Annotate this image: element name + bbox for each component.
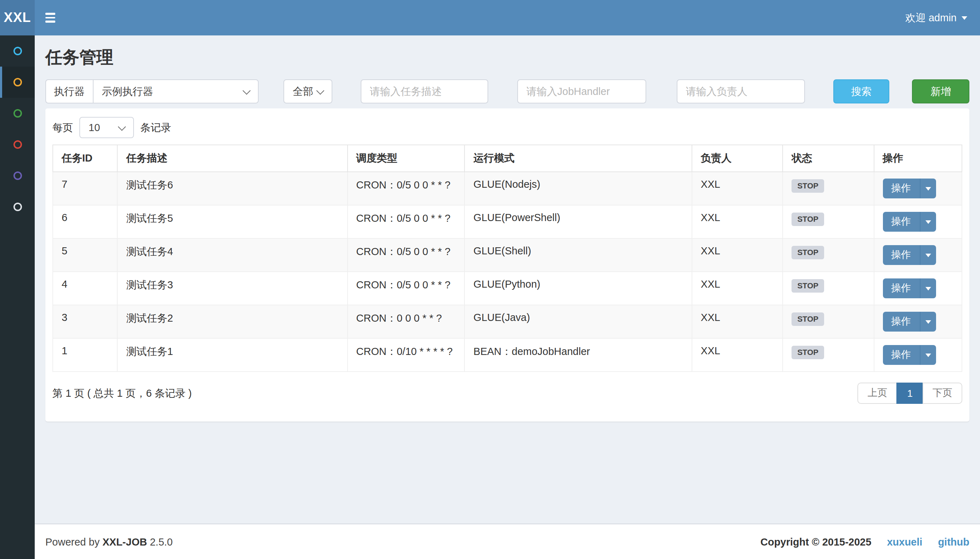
caret-down-icon [925, 187, 931, 190]
navbar-main: 欢迎 admin [35, 0, 980, 35]
sidebar-item-5[interactable] [0, 160, 35, 191]
user-menu[interactable]: 欢迎 admin [905, 11, 967, 25]
pagination-prev[interactable]: 上页 [858, 383, 897, 404]
status-cell: STOP [783, 205, 874, 238]
job-desc-input[interactable] [361, 79, 488, 103]
caret-down-icon [962, 16, 967, 20]
github-link[interactable]: github [938, 536, 969, 547]
table-row: 3 测试任务2 CRON：0 0 0 * * ? GLUE(Java) XXL … [53, 305, 962, 338]
col-schedule-type: 调度类型 [347, 145, 464, 172]
executor-select-value: 示例执行器 [102, 85, 153, 98]
sidebar-item-1[interactable] [0, 35, 35, 66]
job-desc-cell: 测试任务1 [117, 338, 347, 372]
job-id-cell: 1 [53, 338, 117, 372]
action-dropdown-toggle[interactable] [920, 345, 936, 365]
owner-cell: XXL [692, 272, 783, 305]
action-dropdown-toggle[interactable] [920, 312, 936, 332]
top-navbar: XXL 欢迎 admin [0, 0, 980, 35]
action-split-button: 操作 [882, 179, 936, 198]
owner-cell: XXL [692, 305, 783, 338]
page-size-select[interactable]: 10 [79, 117, 134, 138]
action-dropdown-toggle[interactable] [920, 212, 936, 232]
action-button[interactable]: 操作 [882, 245, 920, 265]
action-dropdown-toggle[interactable] [920, 245, 936, 265]
circle-icon [13, 172, 21, 180]
action-button[interactable]: 操作 [882, 278, 920, 298]
circle-icon [13, 47, 21, 55]
col-run-mode: 运行模式 [464, 145, 692, 172]
status-cell: STOP [783, 238, 874, 272]
page-title: 任务管理 [45, 46, 969, 69]
caret-down-icon [925, 220, 931, 223]
job-desc-cell: 测试任务6 [117, 172, 347, 205]
pagination-next[interactable]: 下页 [922, 383, 962, 404]
action-button[interactable]: 操作 [882, 312, 920, 332]
action-split-button: 操作 [882, 245, 936, 265]
executor-label: 执行器 [45, 79, 93, 103]
add-job-button[interactable]: 新增 [912, 79, 969, 103]
action-cell: 操作 [874, 238, 962, 272]
sidebar-item-4[interactable] [0, 129, 35, 160]
action-cell: 操作 [874, 338, 962, 372]
job-handler-input[interactable] [517, 79, 646, 103]
action-button[interactable]: 操作 [882, 212, 920, 232]
circle-icon [13, 109, 21, 117]
job-id-cell: 6 [53, 205, 117, 238]
app-logo[interactable]: XXL [0, 0, 35, 35]
status-badge: STOP [792, 213, 824, 226]
page-size-prefix: 每页 [53, 121, 73, 134]
status-cell: STOP [783, 338, 874, 372]
action-button[interactable]: 操作 [882, 179, 920, 198]
content-area: 任务管理 执行器 示例执行器 全部 搜索 新增 每页 10 [35, 35, 980, 524]
job-id-cell: 5 [53, 238, 117, 272]
table-row: 5 测试任务4 CRON：0/5 0 0 * * ? GLUE(Shell) X… [53, 238, 962, 272]
sidebar-item-2[interactable] [0, 66, 35, 98]
page-size-value: 10 [89, 122, 100, 133]
welcome-text: 欢迎 admin [905, 11, 957, 25]
status-select[interactable]: 全部 [283, 79, 332, 103]
job-desc-cell: 测试任务4 [117, 238, 347, 272]
app-name: XXL-JOB [102, 536, 147, 547]
author-input[interactable] [677, 79, 805, 103]
run-mode-cell: GLUE(Java) [464, 305, 692, 338]
table-row: 6 测试任务5 CRON：0/5 0 0 * * ? GLUE(PowerShe… [53, 205, 962, 238]
run-mode-cell: BEAN：demoJobHandler [464, 338, 692, 372]
page-footer: Powered by XXL-JOB 2.5.0 Copyright © 201… [35, 524, 980, 559]
caret-down-icon [925, 353, 931, 357]
sidebar-item-6[interactable] [0, 191, 35, 222]
status-cell: STOP [783, 272, 874, 305]
copyright: Copyright © 2015-2025 xuxueli github [760, 536, 969, 547]
sidebar-item-3[interactable] [0, 98, 35, 129]
table-header-row: 任务ID 任务描述 调度类型 运行模式 负责人 状态 操作 [53, 145, 962, 172]
job-desc-cell: 测试任务2 [117, 305, 347, 338]
action-cell: 操作 [874, 305, 962, 338]
job-desc-cell: 测试任务5 [117, 205, 347, 238]
table-row: 7 测试任务6 CRON：0/5 0 0 * * ? GLUE(Nodejs) … [53, 172, 962, 205]
pagination-page-1[interactable]: 1 [896, 383, 923, 404]
table-row: 1 测试任务1 CRON：0/10 * * * * ? BEAN：demoJob… [53, 338, 962, 372]
action-dropdown-toggle[interactable] [920, 278, 936, 298]
status-badge: STOP [792, 179, 824, 193]
status-cell: STOP [783, 305, 874, 338]
action-dropdown-toggle[interactable] [920, 179, 936, 198]
chevron-down-icon [316, 86, 324, 94]
status-badge: STOP [792, 346, 824, 359]
copyright-text: Copyright © 2015-2025 [760, 536, 871, 547]
sidebar-toggle-button[interactable] [45, 0, 67, 35]
xuxueli-link[interactable]: xuxueli [887, 536, 922, 547]
schedule-cell: CRON：0 0 0 * * ? [347, 305, 464, 338]
schedule-cell: CRON：0/5 0 0 * * ? [347, 238, 464, 272]
executor-select[interactable]: 示例执行器 [93, 79, 259, 103]
caret-down-icon [925, 320, 931, 323]
schedule-cell: CRON：0/5 0 0 * * ? [347, 205, 464, 238]
search-button[interactable]: 搜索 [833, 79, 890, 103]
action-split-button: 操作 [882, 212, 936, 232]
caret-down-icon [925, 286, 931, 290]
action-split-button: 操作 [882, 345, 936, 365]
job-id-cell: 7 [53, 172, 117, 205]
run-mode-cell: GLUE(PowerShell) [464, 205, 692, 238]
page-size-row: 每页 10 条记录 [53, 117, 962, 138]
chevron-down-icon [243, 86, 251, 94]
col-job-id: 任务ID [53, 145, 117, 172]
action-button[interactable]: 操作 [882, 345, 920, 365]
